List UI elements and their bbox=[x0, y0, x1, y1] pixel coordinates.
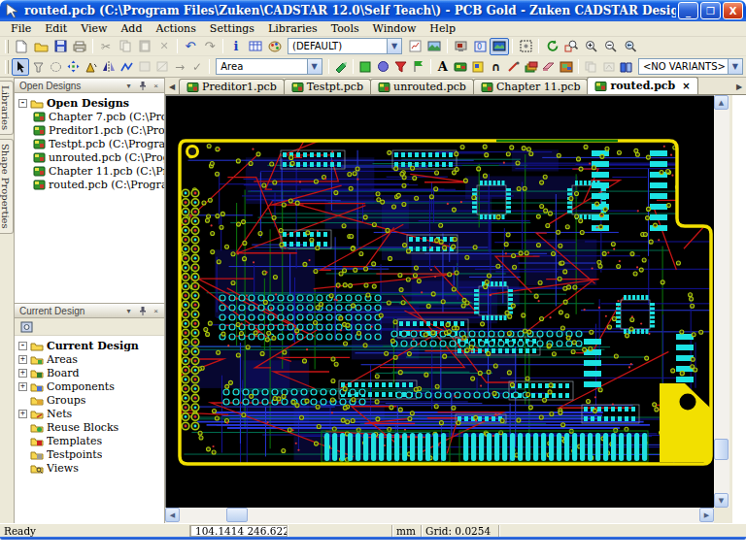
delete-button[interactable]: ✕ bbox=[154, 38, 174, 55]
panel-menu-button[interactable]: ▾ bbox=[122, 305, 135, 316]
tab-unrouted[interactable]: unrouted.pcb bbox=[370, 79, 474, 94]
hscroll-thumb[interactable] bbox=[226, 508, 248, 522]
scroll-right-button[interactable]: ▶ bbox=[699, 508, 714, 522]
shape-funnel-button[interactable] bbox=[391, 58, 409, 76]
menu-file[interactable]: File bbox=[4, 21, 38, 36]
add-connection-button[interactable]: ∩ bbox=[487, 58, 504, 76]
tree-row[interactable]: unrouted.pcb (C:\Progra bbox=[18, 150, 164, 164]
menu-tools[interactable]: Tools bbox=[324, 21, 366, 36]
zoom-in-button[interactable] bbox=[581, 38, 600, 55]
tab-testpt[interactable]: Testpt.pcb bbox=[284, 79, 371, 94]
zoom-previous-button[interactable] bbox=[620, 38, 639, 55]
tree-row-views[interactable]: Views bbox=[18, 461, 164, 475]
tree-row-groups[interactable]: Groups bbox=[18, 393, 164, 407]
menu-add[interactable]: Add bbox=[114, 21, 149, 36]
panel-close-button[interactable]: × bbox=[150, 80, 162, 91]
panel-close-button[interactable]: × bbox=[150, 305, 162, 316]
colors-button[interactable] bbox=[265, 38, 285, 55]
expand-box[interactable]: + bbox=[18, 355, 27, 364]
vscroll-thumb[interactable] bbox=[714, 439, 729, 460]
panel-pin-button[interactable] bbox=[136, 80, 149, 91]
spreadsheet-button[interactable] bbox=[246, 38, 265, 55]
style-combo-arrow[interactable]: ▼ bbox=[387, 39, 401, 53]
open-designs-titlebar[interactable]: Open Designs ▾ × bbox=[15, 79, 164, 93]
copy-button[interactable] bbox=[116, 38, 135, 55]
accept-button[interactable]: ✓ bbox=[188, 58, 206, 76]
variant-combo[interactable]: <NO VARIANTS> ▼ bbox=[638, 58, 743, 75]
tree-row[interactable]: Chapter 7.pcb (C:\Progra bbox=[18, 110, 164, 123]
variant-toggle-button[interactable] bbox=[600, 58, 618, 76]
menu-help[interactable]: Help bbox=[423, 21, 462, 36]
screenshot-button[interactable] bbox=[424, 38, 444, 55]
rotate-button[interactable] bbox=[83, 58, 100, 76]
menu-libraries[interactable]: Libraries bbox=[261, 21, 324, 36]
panel-pin-button[interactable] bbox=[136, 305, 149, 316]
add-text-button[interactable]: A bbox=[434, 58, 452, 76]
tree-row-board[interactable]: + Board bbox=[18, 366, 164, 379]
tree-row-nets[interactable]: + Nets bbox=[18, 407, 164, 420]
collapse-box[interactable]: - bbox=[18, 99, 27, 108]
pcb-editor-button[interactable] bbox=[451, 38, 470, 55]
tab-close-button[interactable]: × bbox=[682, 81, 690, 91]
toolbar-grip[interactable] bbox=[5, 60, 9, 74]
menu-edit[interactable]: Edit bbox=[38, 21, 74, 36]
tab-chapter11[interactable]: Chapter 11.pcb bbox=[473, 79, 589, 94]
mode-combo[interactable]: Area ▼ bbox=[216, 58, 322, 75]
tab-preditor1[interactable]: Preditor1.pcb bbox=[179, 79, 285, 94]
close-button[interactable]: X bbox=[723, 2, 743, 19]
move-button[interactable] bbox=[65, 58, 83, 76]
paste-button[interactable] bbox=[135, 38, 154, 55]
grid-indicator[interactable]: Grid: 0.0254 bbox=[422, 525, 499, 537]
menu-view[interactable]: View bbox=[74, 21, 114, 36]
style-combo[interactable]: (DEFAULT) ▼ bbox=[288, 38, 402, 54]
zoom-out-button[interactable] bbox=[600, 38, 620, 55]
variant-combo-arrow[interactable]: ▼ bbox=[728, 59, 742, 74]
collapse-box[interactable]: - bbox=[18, 342, 27, 350]
fix-item-button[interactable] bbox=[135, 58, 153, 76]
view-extents-button[interactable] bbox=[516, 38, 535, 55]
open-button[interactable] bbox=[31, 38, 51, 55]
expand-box[interactable]: + bbox=[18, 410, 27, 418]
tree-row-components[interactable]: + Components bbox=[18, 379, 164, 393]
restore-button[interactable]: ❐ bbox=[700, 2, 721, 19]
toolbar-grip[interactable] bbox=[5, 40, 9, 53]
tab-scroll-right-button[interactable]: ▶ bbox=[732, 79, 746, 94]
menu-window[interactable]: Window bbox=[366, 21, 424, 36]
tree-row-areas[interactable]: + Areas bbox=[18, 352, 164, 366]
panel-menu-button[interactable]: ▾ bbox=[122, 80, 135, 91]
select-polygon-button[interactable] bbox=[29, 58, 47, 76]
tree-row[interactable]: Chapter 11.pcb (C:\Prog bbox=[18, 164, 164, 178]
libraries-side-tab[interactable]: Libraries bbox=[0, 81, 14, 135]
tree-row-testpoints[interactable]: Testpoints bbox=[18, 447, 164, 461]
refresh-button[interactable] bbox=[542, 38, 561, 55]
polyline-button[interactable] bbox=[118, 58, 135, 76]
tree-row[interactable]: routed.pcb (C:\Program bbox=[18, 178, 164, 191]
add-component-button[interactable] bbox=[452, 58, 469, 76]
horizontal-scrollbar[interactable]: ◀ ▶ bbox=[165, 508, 714, 523]
expand-box[interactable]: + bbox=[18, 369, 27, 378]
tree-row[interactable]: - Current Design bbox=[18, 339, 164, 352]
variant-editor-button[interactable] bbox=[618, 58, 635, 76]
new-button[interactable] bbox=[12, 38, 31, 55]
select-button[interactable] bbox=[12, 58, 29, 76]
redo-button[interactable]: ↷ bbox=[200, 38, 220, 55]
unfix-item-button[interactable] bbox=[153, 58, 171, 76]
scroll-left-button[interactable]: ◀ bbox=[165, 508, 180, 522]
units-indicator[interactable]: mm bbox=[392, 525, 422, 537]
add-probe-button[interactable] bbox=[505, 58, 523, 76]
tree-row-templates[interactable]: Templates bbox=[18, 434, 164, 447]
copper-pour-button[interactable] bbox=[332, 58, 350, 76]
shape-rectangle-button[interactable] bbox=[356, 58, 374, 76]
print-button[interactable] bbox=[70, 38, 89, 55]
tree-filter-button[interactable] bbox=[17, 319, 35, 335]
tab-routed[interactable]: routed.pcb × bbox=[587, 77, 697, 94]
minimize-button[interactable]: _ bbox=[678, 2, 698, 19]
testland-button[interactable] bbox=[409, 58, 426, 76]
cut-button[interactable]: ✂ bbox=[96, 38, 116, 55]
tab-scroll-left-button[interactable]: ◀ bbox=[165, 79, 179, 94]
zoom-area-button[interactable] bbox=[561, 38, 581, 55]
reuse-block-button[interactable] bbox=[558, 58, 575, 76]
mirror-button[interactable] bbox=[100, 58, 118, 76]
add-template-button[interactable] bbox=[469, 58, 487, 76]
pcb-canvas[interactable] bbox=[166, 96, 714, 508]
